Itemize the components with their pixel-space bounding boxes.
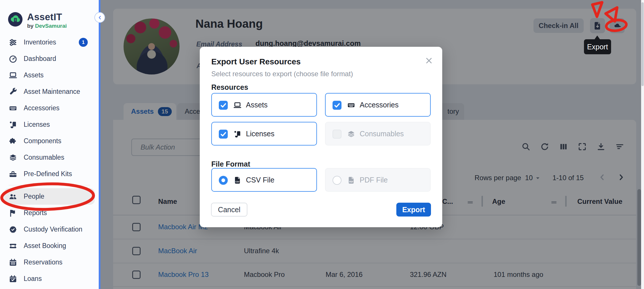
modal-subtitle: Select resources to export (choose file … (211, 70, 353, 78)
sidebar-item-asset-maintenance[interactable]: Asset Maintenance (4, 83, 95, 100)
sidebar-item-label: Consumables (24, 154, 64, 161)
check-icon (333, 101, 341, 110)
sidebar-badge: 1 (79, 38, 88, 47)
sidebar-item-accessories[interactable]: Accessories (4, 100, 95, 116)
gauge-icon (9, 55, 17, 63)
svg-text:PDF: PDF (349, 181, 353, 183)
sidebar-item-label: Reservations (24, 258, 62, 266)
file-csv-icon: CSV (233, 176, 242, 184)
wrench-icon (9, 87, 17, 96)
radio-pdf-file[interactable] (333, 176, 341, 185)
checkbox-assets[interactable] (219, 101, 228, 110)
puzzle-icon (9, 137, 17, 146)
format-label: CSV File (246, 176, 275, 184)
chevron-left-icon (97, 15, 103, 20)
laptop-icon (9, 71, 17, 80)
layers-icon (347, 130, 355, 138)
sidebar-item-reservations[interactable]: Reservations (4, 254, 95, 271)
resource-card-consumables[interactable]: Consumables (325, 122, 431, 146)
sidebar-item-label: Pre-Defined Kits (24, 170, 72, 178)
sidebar-item-label: Loans (24, 275, 42, 283)
sliders-icon (9, 38, 17, 47)
sidebar-item-assets[interactable]: Assets (4, 67, 95, 83)
sidebar-item-asset-booking[interactable]: Asset Booking (4, 238, 95, 254)
keyboard-icon (347, 101, 355, 109)
brand-byline: by DevSamurai (27, 23, 67, 29)
checkbox-consumables[interactable] (333, 130, 341, 139)
resource-label: Assets (246, 101, 268, 109)
resource-label: Licenses (246, 130, 275, 138)
sidebar-item-inventories[interactable]: Inventories1 (4, 34, 95, 51)
sidebar-item-dashboard[interactable]: Dashboard (4, 51, 95, 67)
ticket-icon (9, 242, 17, 250)
sidebar-item-loans[interactable]: Loans (4, 271, 95, 287)
resource-label: Accessories (360, 101, 399, 109)
modal-title: Export User Resources (211, 57, 301, 66)
export-user-resources-modal: Export User Resources Select resources t… (200, 47, 442, 227)
sidebar-item-licenses[interactable]: Licenses (4, 116, 95, 133)
modal-export-button[interactable]: Export (396, 203, 431, 217)
close-icon[interactable] (424, 56, 434, 65)
sidebar-item-people[interactable]: People (4, 188, 95, 205)
laptop-icon (233, 101, 242, 109)
export-tooltip: Export (584, 39, 611, 54)
calendar-check-icon (9, 275, 17, 283)
sidebar-item-label: Licenses (24, 121, 50, 128)
checkbox-licenses[interactable] (219, 130, 228, 139)
checkbox-accessories[interactable] (333, 101, 341, 110)
file-format-section-label: File Format (211, 160, 250, 168)
cancel-button[interactable]: Cancel (211, 203, 247, 217)
sidebar: AssetIT by DevSamurai Inventories1Dashbo… (0, 0, 99, 289)
layers-icon (9, 153, 17, 162)
check-icon (219, 101, 228, 110)
svg-text:CSV: CSV (236, 181, 240, 183)
sidebar-item-pre-defined-kits[interactable]: Pre-Defined Kits (4, 166, 95, 182)
window-scrollbar-thumb[interactable] (641, 2, 644, 86)
sidebar-item-label: Components (24, 137, 61, 145)
sidebar-item-label: Asset Booking (24, 242, 66, 250)
sidebar-item-label: Custody Verification (24, 225, 82, 233)
resource-label: Consumables (360, 130, 404, 138)
radio-csv-file[interactable] (219, 176, 228, 185)
format-card-csv-file[interactable]: CSVCSV File (211, 168, 317, 192)
resources-section-label: Resources (211, 83, 248, 92)
sidebar-item-label: Dashboard (24, 55, 56, 63)
sidebar-item-label: People (24, 193, 44, 200)
resource-card-assets[interactable]: Assets (211, 93, 317, 117)
calendar-icon (9, 258, 17, 267)
sidebar-divider (9, 185, 90, 185)
sidebar-item-consumables[interactable]: Consumables (4, 149, 95, 166)
sidebar-item-reports[interactable]: Reports (4, 205, 95, 221)
sidebar-item-custody-verification[interactable]: Custody Verification (4, 221, 95, 238)
resource-card-accessories[interactable]: Accessories (325, 93, 431, 117)
resource-card-licenses[interactable]: Licenses (211, 122, 317, 146)
sidebar-item-label: Assets (24, 71, 44, 79)
sidebar-item-label: Inventories (24, 38, 56, 46)
sidebar-collapse-button[interactable] (94, 12, 105, 23)
license-icon (9, 120, 17, 129)
brand-header: AssetIT by DevSamurai (0, 0, 99, 29)
sidebar-nav: Inventories1DashboardAssetsAsset Mainten… (0, 34, 99, 287)
sidebar-item-label: Reports (24, 209, 47, 217)
users-icon (9, 192, 17, 201)
check-icon (219, 130, 228, 139)
flag-icon (9, 209, 17, 217)
toolbox-icon (9, 170, 17, 178)
format-label: PDF File (360, 176, 388, 184)
app-name: AssetIT (27, 12, 67, 22)
keyboard-icon (9, 104, 17, 113)
format-card-pdf-file[interactable]: PDFPDF File (325, 168, 431, 192)
license-icon (233, 130, 242, 138)
sidebar-item-label: Asset Maintenance (24, 88, 80, 96)
badge-check-icon (9, 225, 17, 234)
sidebar-item-components[interactable]: Components (4, 133, 95, 149)
sidebar-item-label: Accessories (24, 104, 59, 112)
file-pdf-icon: PDF (347, 176, 355, 184)
assetit-logo-icon (8, 12, 23, 27)
